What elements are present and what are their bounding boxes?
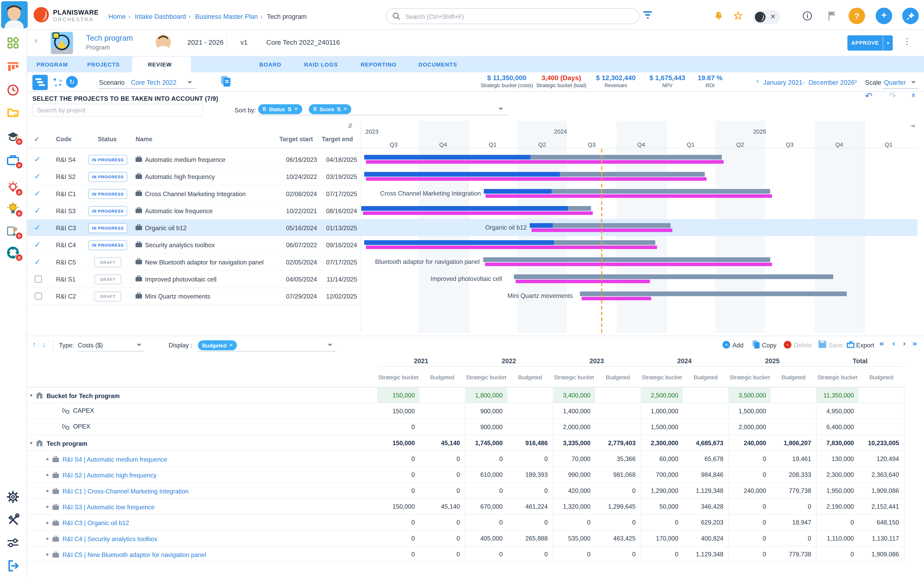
project-row[interactable]: ✓ R&I S4 IN PROGRESS Automatic medium fr… <box>26 151 360 168</box>
checkbox-checked-icon[interactable]: ✓ <box>34 257 40 266</box>
tab-review[interactable]: REVIEW <box>148 61 172 68</box>
add-row-icon[interactable]: + <box>722 341 730 349</box>
tab-documents[interactable]: DOCUMENTS <box>418 61 457 68</box>
sort-direction-icon[interactable]: ⇅ <box>288 106 292 112</box>
delete-button[interactable]: Delete <box>794 342 812 348</box>
collapse-icon[interactable]: ▾ <box>30 393 32 398</box>
gantt-bar[interactable] <box>361 206 591 211</box>
approve-dropdown-button[interactable]: ▾ <box>883 35 893 50</box>
move-down-icon[interactable]: ↓ <box>42 340 46 349</box>
collapse-icon[interactable]: ▾ <box>30 440 32 446</box>
logout-icon[interactable] <box>6 559 19 572</box>
project-row[interactable]: R&I C2 DRAFT Mini Quartz movements 07/29… <box>26 287 360 305</box>
search-input[interactable] <box>404 10 630 23</box>
pinboard-button[interactable] <box>902 8 919 24</box>
project-row[interactable]: R&I S1 DRAFT Improved photovoltaic cell … <box>26 270 360 288</box>
expand-icon[interactable]: ▸ <box>47 504 49 509</box>
checkbox-checked-icon[interactable]: ✓ <box>34 155 40 164</box>
expand-icon[interactable]: ▸ <box>47 456 49 462</box>
filter-funnel-icon[interactable] <box>643 11 652 19</box>
chevron-down-icon[interactable] <box>328 344 333 346</box>
portfolio-icon[interactable] <box>6 60 19 73</box>
refresh-icon[interactable]: ↻ <box>66 76 78 88</box>
period-end[interactable]: December 2026 <box>809 79 855 86</box>
sort-chip-score[interactable]: ⠿Score⇅✕ <box>309 104 351 114</box>
ideas-icon[interactable]: ⊘ <box>6 181 19 194</box>
user-avatar[interactable] <box>1 1 27 28</box>
period-start[interactable]: January 2021 <box>763 79 803 86</box>
project-link[interactable]: R&I C1 | Cross-Channel Marketing Integra… <box>63 487 189 495</box>
scroll-to-end-icon[interactable]: ⇥ <box>910 122 915 129</box>
gantt-bar[interactable] <box>514 274 834 279</box>
delete-icon[interactable]: − <box>784 341 792 349</box>
tab-program[interactable]: PROGRAM <box>37 61 68 68</box>
dashboard-icon[interactable] <box>6 37 19 50</box>
gantt-bar[interactable] <box>364 155 722 160</box>
more-options-icon[interactable]: ⋮ <box>903 37 911 46</box>
info-icon[interactable] <box>803 11 812 21</box>
column-header-name[interactable]: Name <box>136 135 152 142</box>
support-icon[interactable]: ⊘ <box>6 246 19 259</box>
checkbox-unchecked[interactable] <box>35 276 42 282</box>
flag-icon[interactable] <box>828 11 836 21</box>
project-link[interactable]: R&I C3 | Organic oil b12 <box>63 519 129 526</box>
project-link[interactable]: R&I S4 | Automatic medium frequence <box>63 456 168 463</box>
gantt-bar[interactable] <box>580 292 847 296</box>
column-sort-icon[interactable]: ⇵ <box>348 122 353 129</box>
project-row[interactable]: ✓ R&I C5 DRAFT New Bluetooth adaptor for… <box>26 253 360 271</box>
project-link[interactable]: R&I C4 | Security analytics toolbox <box>63 535 157 542</box>
close-icon[interactable]: ✕ <box>770 13 775 21</box>
period-prev-icon[interactable]: ‹ <box>756 77 759 85</box>
tab-raid-logs[interactable]: RAID LOGS <box>304 61 338 68</box>
tab-reporting[interactable]: REPORTING <box>361 61 397 68</box>
checkbox-unchecked[interactable] <box>35 293 42 300</box>
settings-gear-icon[interactable] <box>6 490 19 503</box>
expand-icon[interactable]: ▸ <box>47 520 49 525</box>
remove-chip-icon[interactable]: ✕ <box>294 106 298 112</box>
remove-chip-icon[interactable]: ✕ <box>343 106 347 112</box>
duplicate-scenario-icon[interactable] <box>220 75 231 87</box>
expand-icon[interactable]: ▸ <box>47 552 49 557</box>
documents-icon[interactable] <box>6 106 19 119</box>
expand-panel-icon[interactable]: › <box>34 35 38 46</box>
period-next-icon[interactable]: › <box>855 77 857 85</box>
save-button[interactable]: Save <box>829 342 843 348</box>
project-link[interactable]: R&I S2 | Automatic high frequency <box>63 471 157 479</box>
time-tracking-icon[interactable] <box>6 84 19 97</box>
project-row[interactable]: ✓ R&I C1 IN PROGRESS Cross Channel Marke… <box>26 185 360 203</box>
save-icon[interactable] <box>819 340 826 348</box>
sort-chip-status[interactable]: ⠿Status⇅✕ <box>258 104 302 114</box>
notifications-bell-icon[interactable] <box>714 11 723 20</box>
breadcrumb-home[interactable]: Home <box>108 13 126 20</box>
project-row[interactable]: ✓ R&I S2 IN PROGRESS Automatic high freq… <box>26 168 360 185</box>
export-icon[interactable] <box>847 340 855 348</box>
export-button[interactable]: Export <box>856 342 874 348</box>
expand-icon[interactable]: ▸ <box>47 472 49 478</box>
page-last-icon[interactable]: » <box>912 339 917 348</box>
resources-icon[interactable]: ⊘ <box>6 224 19 237</box>
column-header-check[interactable]: ✓ <box>34 135 39 142</box>
expand-icon[interactable]: ▸ <box>47 488 49 493</box>
page-prev-icon[interactable]: ‹ <box>892 339 895 348</box>
expand-icon[interactable]: ▸ <box>47 536 49 541</box>
redo-icon[interactable]: ↷ <box>889 91 896 102</box>
gantt-bar[interactable] <box>364 240 655 245</box>
chevron-down-icon[interactable] <box>137 344 142 346</box>
add-button[interactable]: + <box>876 8 892 24</box>
quality-badge-icon[interactable]: ⊘ <box>6 202 19 215</box>
brand-timer-widget[interactable]: ✕ <box>753 10 780 24</box>
page-next-icon[interactable]: › <box>903 339 906 348</box>
gantt-view-button[interactable] <box>32 75 48 90</box>
display-chip-budgeted[interactable]: Budgeted✕ <box>198 340 237 350</box>
scenario-select-value[interactable]: Core Tech 2022 <box>131 79 176 86</box>
projects-briefcase-icon[interactable]: ⊘ <box>6 154 19 167</box>
gantt-bar[interactable] <box>484 189 770 194</box>
copy-icon[interactable] <box>753 340 759 349</box>
checkbox-checked-icon[interactable]: ✓ <box>34 206 40 215</box>
column-header-target-start[interactable]: Target start <box>279 135 313 142</box>
sort-direction-icon[interactable]: ⇅ <box>336 106 341 112</box>
gantt-bar[interactable] <box>530 223 670 228</box>
approve-button[interactable]: APPROVE <box>847 35 883 50</box>
undo-icon[interactable]: ↶ <box>865 91 872 102</box>
checkbox-checked-icon[interactable]: ✓ <box>34 240 40 249</box>
